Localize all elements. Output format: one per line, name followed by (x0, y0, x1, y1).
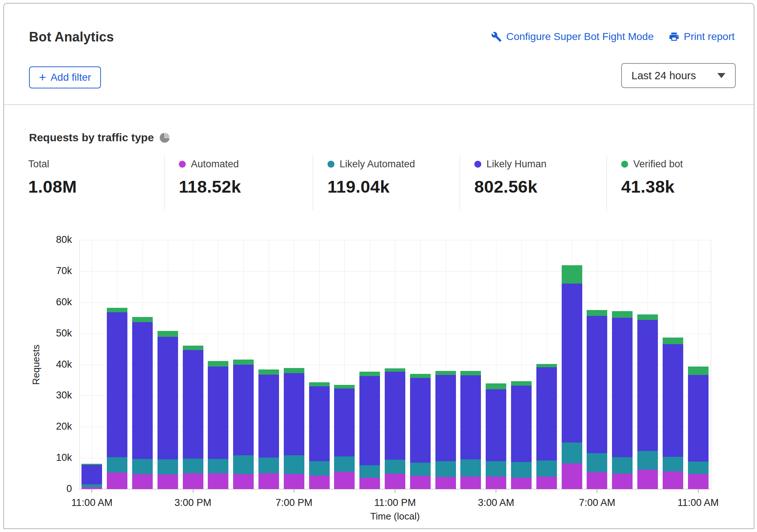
bar-6-00-am[interactable] (562, 240, 582, 489)
bar-5-00-pm[interactable] (233, 240, 254, 489)
bar-2-00-pm[interactable] (157, 240, 178, 489)
requests-chart: Requests Time (local) 010k20k30k40k50k60… (4, 4, 754, 528)
bar-1-00-pm[interactable] (132, 240, 153, 489)
bar-segment-automated (511, 478, 532, 489)
bar-segment-likely-automated (562, 442, 582, 464)
bar-segment-verified-bot (359, 372, 380, 376)
bar-segment-likely-human (132, 322, 153, 459)
bar-segment-verified-bot (82, 464, 102, 465)
bar-10-00-am[interactable] (663, 240, 683, 489)
bar-12-00-am[interactable] (410, 240, 431, 489)
plot-edge (711, 240, 711, 489)
bar-segment-likely-human (536, 367, 557, 460)
bar-2-00-am[interactable] (460, 240, 481, 489)
bot-analytics-card: Bot Analytics Configure Super Bot Fight … (3, 3, 754, 529)
y-tick-label: 60k (39, 296, 72, 308)
bar-segment-verified-bot (536, 364, 557, 367)
bar-segment-likely-human (284, 373, 304, 455)
bar-segment-likely-human (334, 389, 355, 456)
x-tick-mark (294, 489, 294, 493)
x-tick-label: 11:00 AM (662, 497, 735, 509)
bar-segment-likely-automated (663, 457, 683, 472)
bar-segment-likely-automated (410, 463, 431, 476)
bar-segment-likely-automated (82, 484, 102, 487)
bar-segment-likely-automated (183, 459, 203, 473)
x-tick-label: 11:00 PM (358, 497, 432, 509)
bar-segment-likely-human (435, 375, 456, 461)
bar-segment-automated (663, 471, 683, 489)
bar-segment-likely-automated (612, 457, 633, 474)
bar-segment-automated (536, 477, 557, 489)
bar-segment-likely-human (385, 372, 405, 460)
x-tick-label: 3:00 PM (156, 497, 230, 509)
bar-segment-verified-bot (410, 374, 431, 378)
bar-9-00-am[interactable] (637, 240, 658, 489)
bar-segment-likely-human (157, 337, 178, 459)
bar-8-00-am[interactable] (612, 240, 633, 489)
x-axis-title: Time (local) (358, 511, 432, 522)
bar-segment-likely-automated (157, 459, 178, 475)
bar-segment-automated (107, 473, 127, 489)
bar-segment-likely-automated (435, 461, 456, 477)
x-tick-mark (193, 489, 193, 493)
bar-segment-likely-human (233, 365, 254, 455)
bar-6-00-pm[interactable] (258, 240, 279, 489)
bar-segment-automated (334, 472, 355, 489)
bar-segment-likely-human (486, 389, 506, 461)
bar-segment-verified-bot (511, 381, 532, 386)
bar-11-00-pm[interactable] (385, 240, 405, 489)
bar-segment-verified-bot (334, 385, 355, 389)
y-tick-label: 50k (39, 328, 72, 339)
bar-segment-likely-human (183, 350, 203, 459)
bar-segment-likely-human (309, 386, 330, 461)
bar-3-00-pm[interactable] (183, 240, 203, 489)
bar-4-00-pm[interactable] (208, 240, 228, 489)
bar-segment-verified-bot (233, 360, 254, 365)
bar-7-00-am[interactable] (587, 240, 607, 489)
y-tick-label: 30k (39, 390, 72, 401)
bar-segment-likely-automated (688, 462, 709, 474)
plot-edge (79, 240, 80, 489)
bar-segment-verified-bot (562, 265, 582, 284)
bar-3-00-am[interactable] (486, 240, 506, 489)
bar-12-00-pm[interactable] (107, 240, 127, 489)
bar-segment-automated (233, 474, 254, 489)
bar-segment-likely-automated (309, 461, 330, 475)
bar-segment-likely-human (587, 316, 607, 453)
bar-segment-automated (309, 475, 330, 489)
bar-segment-verified-bot (637, 314, 658, 320)
bar-segment-verified-bot (183, 346, 203, 350)
bar-segment-likely-human (460, 375, 481, 459)
x-tick-mark (698, 489, 699, 493)
bar-segment-likely-human (410, 378, 431, 463)
bar-segment-likely-automated (460, 459, 481, 477)
bar-segment-verified-bot (612, 311, 633, 318)
bar-segment-verified-bot (208, 361, 228, 367)
bar-8-00-pm[interactable] (309, 240, 330, 489)
bar-segment-verified-bot (385, 368, 405, 372)
bar-segment-automated (587, 472, 607, 489)
bar-11-00-am[interactable] (688, 240, 709, 489)
y-tick-label: 10k (39, 452, 72, 463)
bar-segment-likely-automated (132, 459, 153, 474)
bar-9-00-pm[interactable] (334, 240, 355, 489)
bar-segment-verified-bot (688, 367, 709, 375)
bar-segment-automated (284, 474, 304, 489)
bar-7-00-pm[interactable] (284, 240, 304, 489)
bar-segment-automated (157, 474, 178, 489)
bar-segment-verified-bot (435, 371, 456, 375)
bar-5-00-am[interactable] (536, 240, 557, 489)
bar-segment-automated (688, 474, 709, 489)
bar-segment-verified-bot (132, 317, 153, 322)
x-tick-label: 11:00 AM (55, 497, 128, 509)
x-tick-mark (496, 489, 496, 493)
bar-segment-likely-automated (486, 461, 506, 477)
y-tick-label: 70k (39, 265, 72, 277)
y-tick-label: 80k (39, 234, 72, 245)
bar-1-00-am[interactable] (435, 240, 456, 489)
x-tick-mark (91, 489, 92, 493)
bar-11-00-am[interactable] (82, 240, 102, 489)
bar-4-00-am[interactable] (511, 240, 532, 489)
x-tick-label: 3:00 AM (459, 497, 533, 509)
bar-10-00-pm[interactable] (359, 240, 380, 489)
